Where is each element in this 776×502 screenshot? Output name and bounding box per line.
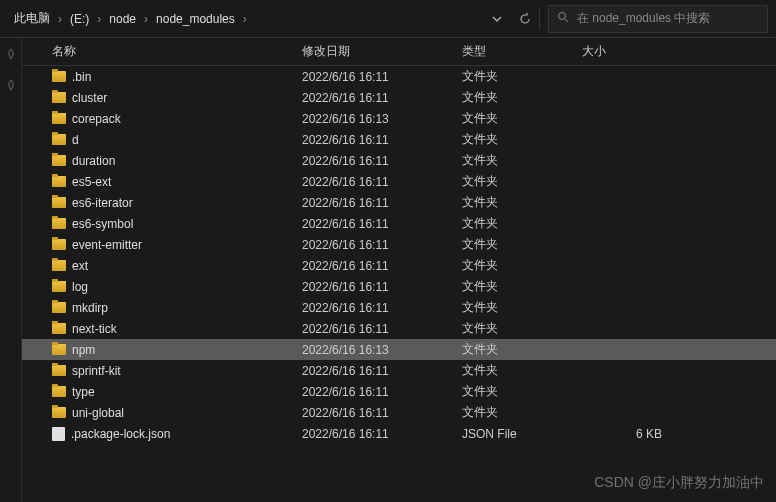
table-row[interactable]: event-emitter2022/6/16 16:11文件夹 xyxy=(22,234,776,255)
file-type: 文件夹 xyxy=(462,131,582,148)
table-row[interactable]: sprintf-kit2022/6/16 16:11文件夹 xyxy=(22,360,776,381)
file-name-cell: ext xyxy=(52,259,302,273)
pin-icon[interactable] xyxy=(5,79,17,94)
folder-icon xyxy=(52,176,66,187)
folder-icon xyxy=(52,281,66,292)
file-type: 文件夹 xyxy=(462,194,582,211)
file-size: 6 KB xyxy=(582,427,662,441)
file-name: cluster xyxy=(72,91,107,105)
search-input[interactable]: 在 node_modules 中搜索 xyxy=(548,5,768,33)
file-type: 文件夹 xyxy=(462,68,582,85)
file-name-cell: cluster xyxy=(52,91,302,105)
table-row[interactable]: d2022/6/16 16:11文件夹 xyxy=(22,129,776,150)
folder-icon xyxy=(52,260,66,271)
column-header-date[interactable]: 修改日期 xyxy=(302,43,462,60)
file-name: corepack xyxy=(72,112,121,126)
table-row[interactable]: ext2022/6/16 16:11文件夹 xyxy=(22,255,776,276)
file-type: 文件夹 xyxy=(462,278,582,295)
file-name: ext xyxy=(72,259,88,273)
file-name-cell: type xyxy=(52,385,302,399)
file-date: 2022/6/16 16:11 xyxy=(302,406,462,420)
folder-icon xyxy=(52,386,66,397)
file-date: 2022/6/16 16:11 xyxy=(302,91,462,105)
file-list-panel: 名称 修改日期 类型 大小 .bin2022/6/16 16:11文件夹clus… xyxy=(22,38,776,502)
table-row[interactable]: npm2022/6/16 16:13文件夹 xyxy=(22,339,776,360)
file-type: JSON File xyxy=(462,427,582,441)
column-header-size[interactable]: 大小 xyxy=(582,43,662,60)
table-row[interactable]: duration2022/6/16 16:11文件夹 xyxy=(22,150,776,171)
file-name-cell: d xyxy=(52,133,302,147)
folder-icon xyxy=(52,365,66,376)
file-type: 文件夹 xyxy=(462,110,582,127)
file-type: 文件夹 xyxy=(462,341,582,358)
table-row[interactable]: next-tick2022/6/16 16:11文件夹 xyxy=(22,318,776,339)
file-name-cell: event-emitter xyxy=(52,238,302,252)
file-name-cell: es6-symbol xyxy=(52,217,302,231)
file-date: 2022/6/16 16:11 xyxy=(302,133,462,147)
file-date: 2022/6/16 16:11 xyxy=(302,196,462,210)
refresh-button[interactable] xyxy=(511,5,539,33)
file-type: 文件夹 xyxy=(462,236,582,253)
table-row[interactable]: .package-lock.json2022/6/16 16:11JSON Fi… xyxy=(22,423,776,444)
table-row[interactable]: corepack2022/6/16 16:13文件夹 xyxy=(22,108,776,129)
file-type: 文件夹 xyxy=(462,362,582,379)
folder-icon xyxy=(52,113,66,124)
refresh-icon xyxy=(518,12,532,26)
file-name: log xyxy=(72,280,88,294)
column-header-name[interactable]: 名称 xyxy=(52,43,302,60)
file-date: 2022/6/16 16:11 xyxy=(302,259,462,273)
file-type: 文件夹 xyxy=(462,89,582,106)
table-row[interactable]: log2022/6/16 16:11文件夹 xyxy=(22,276,776,297)
breadcrumb-item[interactable]: 此电脑 xyxy=(8,6,56,31)
breadcrumb-item[interactable]: node_modules xyxy=(150,8,241,30)
file-date: 2022/6/16 16:11 xyxy=(302,301,462,315)
watermark: CSDN @庄小胖努力加油中 xyxy=(594,474,764,492)
file-type: 文件夹 xyxy=(462,299,582,316)
column-headers: 名称 修改日期 类型 大小 xyxy=(22,38,776,66)
folder-icon xyxy=(52,218,66,229)
svg-line-1 xyxy=(565,19,568,22)
breadcrumb: 此电脑›(E:)›node›node_modules› xyxy=(0,0,483,37)
breadcrumb-item[interactable]: node xyxy=(103,8,142,30)
table-row[interactable]: es6-symbol2022/6/16 16:11文件夹 xyxy=(22,213,776,234)
folder-icon xyxy=(52,134,66,145)
table-row[interactable]: mkdirp2022/6/16 16:11文件夹 xyxy=(22,297,776,318)
folder-icon xyxy=(52,239,66,250)
file-date: 2022/6/16 16:11 xyxy=(302,427,462,441)
file-name-cell: sprintf-kit xyxy=(52,364,302,378)
file-date: 2022/6/16 16:11 xyxy=(302,364,462,378)
file-date: 2022/6/16 16:11 xyxy=(302,280,462,294)
file-type: 文件夹 xyxy=(462,152,582,169)
file-name: .package-lock.json xyxy=(71,427,170,441)
column-header-type[interactable]: 类型 xyxy=(462,43,582,60)
table-row[interactable]: .bin2022/6/16 16:11文件夹 xyxy=(22,66,776,87)
folder-icon xyxy=(52,71,66,82)
file-rows: .bin2022/6/16 16:11文件夹cluster2022/6/16 1… xyxy=(22,66,776,444)
table-row[interactable]: cluster2022/6/16 16:11文件夹 xyxy=(22,87,776,108)
file-name: d xyxy=(72,133,79,147)
file-type: 文件夹 xyxy=(462,173,582,190)
breadcrumb-dropdown[interactable] xyxy=(483,5,511,33)
table-row[interactable]: es6-iterator2022/6/16 16:11文件夹 xyxy=(22,192,776,213)
file-name: npm xyxy=(72,343,95,357)
table-row[interactable]: uni-global2022/6/16 16:11文件夹 xyxy=(22,402,776,423)
file-name-cell: es6-iterator xyxy=(52,196,302,210)
file-name-cell: .package-lock.json xyxy=(52,427,302,441)
file-date: 2022/6/16 16:11 xyxy=(302,175,462,189)
divider xyxy=(539,8,540,30)
file-name-cell: duration xyxy=(52,154,302,168)
file-date: 2022/6/16 16:11 xyxy=(302,217,462,231)
file-name-cell: corepack xyxy=(52,112,302,126)
file-name-cell: next-tick xyxy=(52,322,302,336)
chevron-right-icon: › xyxy=(95,12,103,26)
table-row[interactable]: es5-ext2022/6/16 16:11文件夹 xyxy=(22,171,776,192)
pin-icon[interactable] xyxy=(5,48,17,63)
folder-icon xyxy=(52,407,66,418)
table-row[interactable]: type2022/6/16 16:11文件夹 xyxy=(22,381,776,402)
file-type: 文件夹 xyxy=(462,320,582,337)
file-name: es6-iterator xyxy=(72,196,133,210)
breadcrumb-item[interactable]: (E:) xyxy=(64,8,95,30)
folder-icon xyxy=(52,302,66,313)
file-name: mkdirp xyxy=(72,301,108,315)
file-date: 2022/6/16 16:11 xyxy=(302,322,462,336)
